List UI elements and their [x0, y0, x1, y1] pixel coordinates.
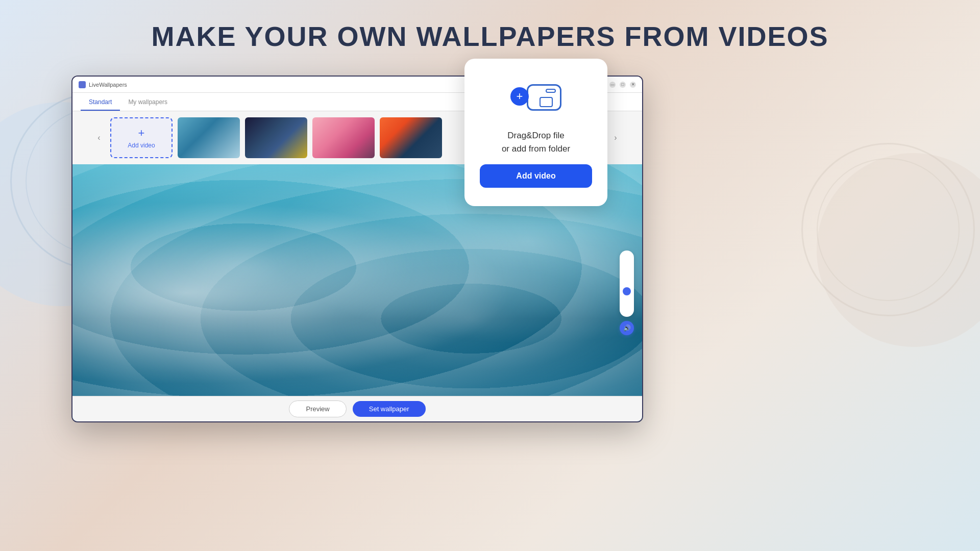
volume-button[interactable]: 🔊 — [620, 321, 634, 335]
close-button[interactable]: ✕ — [630, 82, 636, 88]
camera-lens-icon — [540, 97, 553, 107]
popup-plus-icon: + — [517, 90, 523, 103]
tab-my-wallpapers[interactable]: My wallpapers — [120, 94, 176, 111]
add-video-card[interactable]: + Add video — [110, 117, 173, 158]
maximize-button[interactable]: □ — [620, 82, 626, 88]
set-wallpaper-button[interactable]: Set wallpaper — [353, 401, 426, 417]
thumbnail-4[interactable] — [380, 117, 442, 158]
page-title: MAKE YOUR OWN WALLPAPERS FROM VIDEOS — [0, 20, 980, 52]
add-video-popup: + Drag&Drop file or add from folder Add … — [464, 59, 607, 206]
camera-notch-icon — [546, 89, 556, 93]
popup-add-video-button[interactable]: Add video — [480, 164, 592, 188]
carousel-next-button[interactable]: › — [609, 132, 622, 144]
window-controls: — □ ✕ — [609, 82, 636, 88]
app-icon — [79, 81, 86, 88]
volume-control: 🔊 — [620, 251, 634, 335]
popup-plus-circle: + — [510, 87, 529, 106]
thumbnail-2[interactable] — [245, 117, 307, 158]
thumbnail-1[interactable] — [178, 117, 240, 158]
camera-body-icon — [527, 84, 561, 111]
popup-icon: + — [510, 79, 561, 120]
bottom-bar: Preview Set wallpaper — [72, 396, 642, 421]
add-video-plus-icon: + — [138, 127, 145, 140]
volume-thumb[interactable] — [623, 287, 631, 295]
volume-icon: 🔊 — [623, 324, 631, 332]
volume-track[interactable] — [620, 251, 634, 317]
minimize-button[interactable]: — — [609, 82, 616, 88]
popup-description: Drag&Drop file or add from folder — [502, 129, 570, 155]
app-title: LiveWallpapers — [89, 82, 127, 88]
add-video-label: Add video — [128, 142, 155, 149]
tab-standart[interactable]: Standart — [81, 94, 120, 111]
thumbnail-3[interactable] — [312, 117, 375, 158]
carousel-prev-button[interactable]: ‹ — [93, 132, 105, 144]
preview-button[interactable]: Preview — [289, 400, 346, 417]
